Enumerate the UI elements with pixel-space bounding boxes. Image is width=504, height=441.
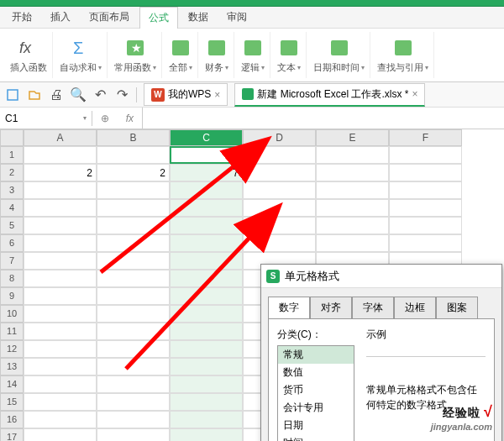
redo-icon[interactable]: ↷	[114, 87, 129, 102]
row-header-2[interactable]: 2	[0, 164, 24, 181]
cell-E3[interactable]	[316, 181, 389, 199]
category-item[interactable]: 时间	[278, 434, 354, 441]
cell-B11[interactable]	[97, 323, 170, 340]
dialog-tab-pattern[interactable]: 图案	[436, 297, 478, 318]
cell-C8[interactable]	[170, 270, 243, 287]
cell-C3[interactable]	[170, 181, 243, 199]
cell-A1[interactable]	[24, 146, 97, 164]
ribbon-lookup[interactable]: 查找与引用▾	[372, 32, 434, 78]
fx-icon[interactable]: fx	[126, 113, 134, 124]
row-header-17[interactable]: 17	[0, 428, 24, 441]
cell-F1[interactable]	[389, 146, 462, 164]
row-header-9[interactable]: 9	[0, 287, 24, 305]
cell-C12[interactable]	[170, 340, 243, 358]
tab-start[interactable]: 开始	[3, 7, 40, 28]
col-header-C[interactable]: C	[170, 129, 243, 146]
close-icon[interactable]: ×	[412, 88, 417, 100]
col-header-D[interactable]: D	[243, 129, 316, 146]
cell-C2[interactable]: 7	[170, 164, 243, 181]
zoom-icon[interactable]: ⊕	[101, 113, 109, 124]
cell-B8[interactable]	[97, 270, 170, 287]
cell-C16[interactable]	[170, 411, 243, 428]
cell-B10[interactable]	[97, 305, 170, 323]
save-icon[interactable]	[5, 87, 20, 102]
dialog-tab-number[interactable]: 数字	[268, 297, 310, 318]
category-list[interactable]: 常规数值货币会计专用日期时间百分比分数科学记数文本特殊自定义	[277, 345, 354, 441]
row-header-16[interactable]: 16	[0, 411, 24, 428]
col-header-B[interactable]: B	[97, 129, 170, 146]
cell-B16[interactable]	[97, 411, 170, 428]
category-item[interactable]: 货币	[278, 381, 354, 399]
doc-tab-current[interactable]: 新建 Microsoft Excel 工作表.xlsx * ×	[234, 83, 425, 107]
cell-B17[interactable]	[97, 428, 170, 441]
cell-C5[interactable]	[170, 217, 243, 234]
col-header-F[interactable]: F	[389, 129, 462, 146]
cell-F2[interactable]	[389, 164, 462, 181]
tab-insert[interactable]: 插入	[42, 7, 79, 28]
cell-B15[interactable]	[97, 393, 170, 411]
dropdown-icon[interactable]: ▾	[83, 114, 87, 122]
row-header-1[interactable]: 1	[0, 146, 24, 164]
col-header-A[interactable]: A	[24, 129, 97, 146]
cell-F4[interactable]	[389, 199, 462, 217]
cell-A16[interactable]	[24, 411, 97, 428]
cell-C13[interactable]	[170, 358, 243, 375]
cell-B9[interactable]	[97, 287, 170, 305]
cell-F3[interactable]	[389, 181, 462, 199]
cell-A7[interactable]	[24, 252, 97, 270]
category-item[interactable]: 日期	[278, 417, 354, 434]
ribbon-text[interactable]: 文本▾	[272, 32, 307, 78]
tab-data[interactable]: 数据	[180, 7, 217, 28]
cell-B5[interactable]	[97, 217, 170, 234]
col-header-E[interactable]: E	[316, 129, 389, 146]
cell-C11[interactable]	[170, 323, 243, 340]
ribbon-finance[interactable]: 财务▾	[200, 32, 234, 78]
open-icon[interactable]	[27, 87, 42, 102]
cell-E4[interactable]	[316, 199, 389, 217]
corner-cell[interactable]	[0, 129, 24, 146]
cell-A17[interactable]	[24, 428, 97, 441]
cell-A9[interactable]	[24, 287, 97, 305]
row-header-10[interactable]: 10	[0, 305, 24, 323]
ribbon-logic[interactable]: 逻辑▾	[236, 32, 270, 78]
dialog-tab-border[interactable]: 边框	[394, 297, 436, 318]
dialog-tab-align[interactable]: 对齐	[310, 297, 352, 318]
cell-B4[interactable]	[97, 199, 170, 217]
cell-D5[interactable]	[243, 217, 316, 234]
cell-B7[interactable]	[97, 252, 170, 270]
cell-B6[interactable]	[97, 234, 170, 252]
cell-A5[interactable]	[24, 217, 97, 234]
cell-C15[interactable]	[170, 393, 243, 411]
cell-C9[interactable]	[170, 287, 243, 305]
cell-A6[interactable]	[24, 234, 97, 252]
close-icon[interactable]: ×	[214, 89, 220, 101]
category-item[interactable]: 数值	[278, 364, 354, 381]
cell-B2[interactable]: 2	[97, 164, 170, 181]
cell-D2[interactable]	[243, 164, 316, 181]
cell-E5[interactable]	[316, 217, 389, 234]
cell-C4[interactable]	[170, 199, 243, 217]
cell-D6[interactable]	[243, 234, 316, 252]
cell-E6[interactable]	[316, 234, 389, 252]
cell-B12[interactable]	[97, 340, 170, 358]
doc-tab-mywps[interactable]: W 我的WPS ×	[144, 83, 228, 106]
cell-D4[interactable]	[243, 199, 316, 217]
ribbon-insert-fn[interactable]: fx 插入函数	[5, 32, 53, 78]
cell-C7[interactable]	[170, 252, 243, 270]
cell-B13[interactable]	[97, 358, 170, 375]
cell-C17[interactable]	[170, 428, 243, 441]
spreadsheet-grid[interactable]: ABCDEF1222734567891011121314151617 S 单元格…	[0, 129, 504, 441]
cell-A10[interactable]	[24, 305, 97, 323]
cell-B1[interactable]	[97, 146, 170, 164]
ribbon-autosum[interactable]: Σ 自动求和▾	[55, 32, 108, 78]
tab-layout[interactable]: 页面布局	[81, 7, 138, 28]
ribbon-all[interactable]: 全部▾	[164, 32, 198, 78]
cell-A15[interactable]	[24, 393, 97, 411]
cell-A4[interactable]	[24, 199, 97, 217]
undo-icon[interactable]: ↶	[92, 87, 108, 102]
row-header-12[interactable]: 12	[0, 340, 24, 358]
tab-formula[interactable]: 公式	[139, 7, 178, 29]
preview-icon[interactable]: 🔍	[71, 87, 86, 102]
cell-C1[interactable]	[170, 146, 243, 164]
cell-C14[interactable]	[170, 375, 243, 393]
